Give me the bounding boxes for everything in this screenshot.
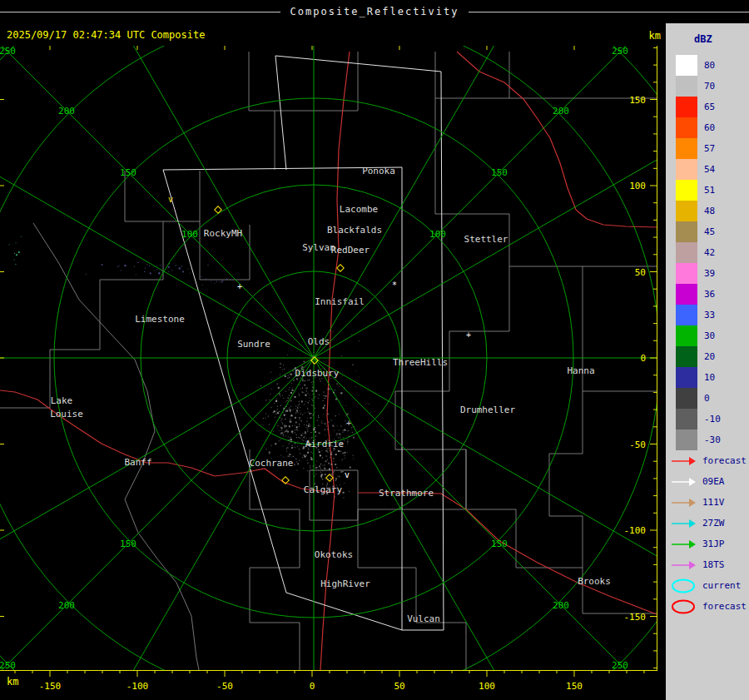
title-rule-left (0, 12, 280, 12)
title-bar: Composite_Reflectivity (0, 0, 749, 23)
highway-line (320, 52, 350, 670)
legend-label: 18TS (702, 559, 725, 570)
colorbar-row: 65 (666, 97, 749, 117)
axis-frame (0, 46, 657, 677)
colorbar-title: dBZ (666, 23, 749, 55)
radar-coverage-outline (275, 56, 286, 170)
municipal-boundary (358, 509, 466, 670)
colorbar-swatch (676, 305, 697, 325)
legend-arrow-icon (669, 516, 697, 531)
highway-line (457, 52, 657, 227)
colorbar-row: 30 (666, 325, 749, 346)
colorbar-row: 45 (666, 221, 749, 242)
legend-label: 111V (702, 497, 725, 508)
legend-label: forecast (702, 455, 747, 466)
colorbar-row: 51 (666, 180, 749, 201)
colorbar-value: 60 (704, 122, 715, 133)
legend-label: forecast (702, 601, 747, 612)
colorbar-swatch (676, 76, 697, 97)
legend-item: 27ZW (666, 513, 749, 534)
colorbar-value: 20 (704, 351, 715, 362)
colorbar-swatch (676, 221, 697, 242)
colorbar-row: 48 (666, 201, 749, 221)
colorbar-row: 70 (666, 76, 749, 97)
legend-item: 09EA (666, 471, 749, 492)
legend-item: 111V (666, 492, 749, 513)
colorbar-value: 30 (704, 330, 715, 341)
legend-arrow-icon (669, 454, 697, 469)
colorbar-row: 42 (666, 242, 749, 263)
municipal-boundary (249, 52, 275, 170)
colorbar-swatch (676, 138, 697, 159)
colorbar-value: 42 (704, 247, 715, 258)
map-drawing-layer (0, 0, 749, 700)
legend-item: 18TS (666, 554, 749, 575)
legend-item: forecast (666, 450, 749, 471)
colorbar-value: 57 (704, 143, 715, 154)
legend-label: 09EA (702, 476, 725, 487)
x-axis-unit: km (7, 676, 18, 688)
legend-item: current (666, 575, 749, 596)
colorbar-value: 39 (704, 268, 715, 279)
colorbar-row: -10 (666, 409, 749, 429)
colorbar-row: 60 (666, 117, 749, 138)
municipal-boundary (250, 449, 300, 670)
colorbar-swatch (676, 388, 697, 409)
title-rule-right (469, 12, 749, 12)
colorbar-swatch (676, 117, 697, 138)
municipal-boundary (395, 266, 657, 613)
municipal-boundary (310, 470, 358, 520)
colorbar-swatch (676, 97, 697, 117)
municipal-boundary (435, 52, 657, 98)
colorbar-swatch (676, 263, 697, 284)
legend-arrow-icon (669, 474, 697, 489)
highway-line (358, 493, 657, 614)
timestamp: 2025/09/17 02:47:34 UTC Composite (7, 29, 205, 41)
colorbar-row: 80 (666, 55, 749, 76)
colorbar-value: 48 (704, 206, 715, 216)
municipal-boundary (0, 221, 163, 408)
legend-item: forecast (666, 596, 749, 617)
colorbar-swatch (676, 325, 697, 346)
colorbar-value: 0 (704, 393, 710, 404)
municipal-boundary (549, 391, 583, 568)
colorbar-swatch (676, 180, 697, 201)
colorbar-row: 20 (666, 346, 749, 367)
municipal-boundary (435, 98, 657, 391)
colorbar-swatch (676, 242, 697, 263)
municipal-boundary (33, 223, 199, 670)
legend-ellipse-icon (669, 599, 697, 614)
radar-map[interactable] (0, 0, 749, 700)
colorbar-value: 70 (704, 81, 715, 92)
colorbar-value: 33 (704, 310, 715, 320)
colorbar-swatch (676, 284, 697, 305)
colorbar-row: 10 (666, 367, 749, 388)
colorbar-row: 57 (666, 138, 749, 159)
radar-viewer-window: Composite_Reflectivity 2025/09/17 02:47:… (0, 0, 749, 700)
legend-item: 31JP (666, 534, 749, 554)
legend-label: current (702, 580, 741, 591)
colorbar-scale: 807065605754514845423936333020100-10-30 (666, 55, 749, 450)
legend-ellipse-icon (669, 578, 697, 593)
colorbar-swatch (676, 55, 697, 76)
colorbar-swatch (676, 201, 697, 221)
colorbar-row: 36 (666, 284, 749, 305)
colorbar-value: 51 (704, 185, 715, 196)
colorbar-row: 54 (666, 159, 749, 180)
colorbar-panel: dBZ 807065605754514845423936333020100-10… (666, 23, 749, 700)
municipal-boundary (200, 221, 250, 280)
legend-arrow-icon (669, 537, 697, 552)
legend-label: 27ZW (702, 518, 725, 529)
colorbar-row: 0 (666, 388, 749, 409)
y-axis-unit: km (621, 30, 661, 42)
colorbar-value: 54 (704, 164, 715, 175)
colorbar-value: 36 (704, 289, 715, 300)
legend: forecast09EA111V27ZW31JP18TScurrentforec… (666, 450, 749, 617)
colorbar-value: 45 (704, 226, 715, 237)
colorbar-value: 10 (704, 372, 715, 383)
precip-echoes-layer (9, 236, 371, 499)
radar-coverage-outline (275, 56, 444, 630)
legend-label: 31JP (702, 539, 725, 549)
legend-arrow-icon (669, 495, 697, 510)
municipal-boundary (125, 171, 200, 221)
